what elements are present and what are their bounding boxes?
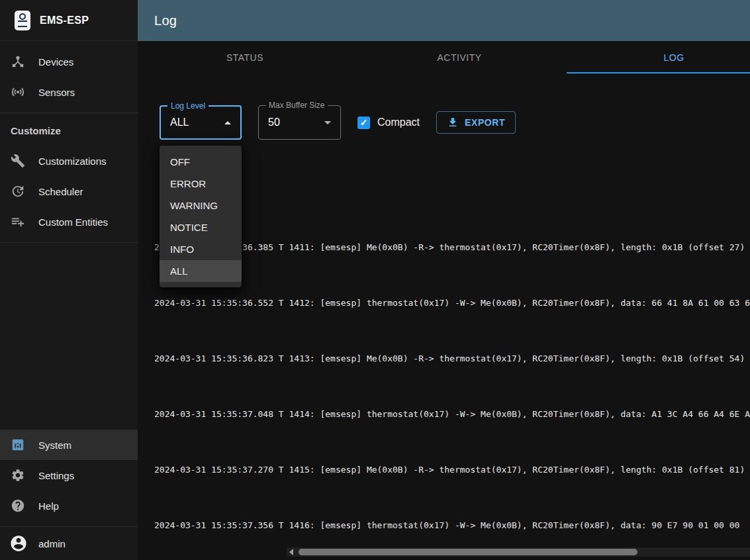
log-level-value: ALL xyxy=(170,117,219,128)
max-buffer-value: 50 xyxy=(268,117,319,128)
sidebar-item-system[interactable]: System xyxy=(0,430,138,460)
device-hub-icon xyxy=(11,54,25,69)
sidebar-item-label: Devices xyxy=(38,56,73,68)
chevron-down-icon xyxy=(324,121,331,124)
tab-log[interactable]: LOG xyxy=(567,41,750,73)
sidebar-item-label: Custom Entities xyxy=(38,216,108,228)
horizontal-scrollbar[interactable] xyxy=(287,547,750,557)
log-level-label: Log Level xyxy=(167,102,209,111)
max-buffer-select[interactable]: Max Buffer Size 50 xyxy=(258,105,341,140)
page-title: Log xyxy=(154,13,177,28)
sidebar-item-label: Customizations xyxy=(38,156,107,167)
log-lines: 2024-03-31 15:35:36.385 T 1411: [emsesp]… xyxy=(154,185,750,560)
horizontal-scrollbar-thumb[interactable] xyxy=(299,549,637,555)
log-level-option-off[interactable]: OFF xyxy=(160,151,242,173)
appbar: Log xyxy=(138,0,750,41)
compact-checkbox[interactable] xyxy=(357,117,370,129)
playlist-add-icon xyxy=(11,214,25,229)
sidebar-item-label: Sensors xyxy=(38,87,75,98)
log-level-select[interactable]: Log Level ALL xyxy=(160,105,242,140)
tab-status[interactable]: STATUS xyxy=(138,41,352,73)
log-level-option-warning[interactable]: WARNING xyxy=(160,195,242,216)
sidebar-item-sensors[interactable]: Sensors xyxy=(0,77,138,107)
main-panel: Log STATUS ACTIVITY LOG Log Level ALL Ma… xyxy=(138,0,750,560)
clock-update-icon xyxy=(11,184,25,199)
gear-icon xyxy=(11,468,25,483)
log-line: 2024-03-31 15:35:37.270 T 1415: [emsesp]… xyxy=(154,463,750,477)
analytics-icon xyxy=(11,438,25,452)
sidebar-item-admin[interactable]: admin xyxy=(0,527,138,560)
sidebar-item-label: Settings xyxy=(38,470,74,481)
sidebar-spacer xyxy=(0,243,138,430)
log-line: 2024-03-31 15:35:37.048 T 1414: [emsesp]… xyxy=(154,407,750,421)
sidebar-item-scheduler[interactable]: Scheduler xyxy=(0,176,138,207)
log-level-option-info[interactable]: INFO xyxy=(160,238,242,260)
sidebar-item-custom-entities[interactable]: Custom Entities xyxy=(0,207,138,237)
log-level-option-notice[interactable]: NOTICE xyxy=(160,216,242,238)
log-line: 2024-03-31 15:35:36.385 T 1411: [emsesp]… xyxy=(154,240,750,254)
sidebar-item-customizations[interactable]: Customizations xyxy=(0,146,138,176)
tab-bar: STATUS ACTIVITY LOG xyxy=(138,41,750,73)
sidebar-item-label: Help xyxy=(38,500,59,512)
log-line: 2024-03-31 15:35:37.356 T 1416: [emsesp]… xyxy=(154,518,750,532)
download-icon xyxy=(447,117,459,128)
account-circle-icon xyxy=(9,534,28,553)
help-icon xyxy=(11,498,25,513)
sidebar-nav: Devices Sensors Customize Customizations… xyxy=(0,41,138,560)
log-controls: Log Level ALL Max Buffer Size 50 Compact… xyxy=(138,73,750,140)
sidebar-item-settings[interactable]: Settings xyxy=(0,460,138,490)
tab-activity[interactable]: ACTIVITY xyxy=(352,41,567,73)
compact-label: Compact xyxy=(377,117,420,128)
max-buffer-label: Max Buffer Size xyxy=(265,101,328,110)
brand: EMS-ESP xyxy=(0,0,138,41)
log-level-option-error[interactable]: ERROR xyxy=(160,173,242,195)
customize-section-header: Customize xyxy=(0,113,138,146)
compact-checkbox-row[interactable]: Compact xyxy=(357,117,420,129)
sidebar-item-label: Scheduler xyxy=(38,186,83,197)
export-button-label: EXPORT xyxy=(465,117,505,128)
export-button[interactable]: EXPORT xyxy=(436,111,516,134)
sensors-icon xyxy=(11,85,25,99)
log-level-option-all[interactable]: ALL xyxy=(160,260,242,282)
username-label: admin xyxy=(38,538,66,549)
ems-esp-logo-icon xyxy=(15,11,30,30)
ems-esp-app: EMS-ESP Devices Sensors Customize Custom… xyxy=(0,0,750,560)
tools-icon xyxy=(11,154,25,168)
log-level-menu: OFF ERROR WARNING NOTICE INFO ALL xyxy=(160,146,242,287)
sidebar: EMS-ESP Devices Sensors Customize Custom… xyxy=(0,0,138,560)
log-line: 2024-03-31 15:35:36.823 T 1413: [emsesp]… xyxy=(154,351,750,365)
chevron-up-icon xyxy=(224,121,231,124)
sidebar-item-help[interactable]: Help xyxy=(0,490,138,521)
log-line: 2024-03-31 15:35:36.552 T 1412: [emsesp]… xyxy=(154,296,750,310)
sidebar-item-devices[interactable]: Devices xyxy=(0,46,138,77)
brand-name: EMS-ESP xyxy=(40,15,89,26)
sidebar-item-label: System xyxy=(38,440,71,451)
scroll-left-icon[interactable] xyxy=(289,549,293,555)
